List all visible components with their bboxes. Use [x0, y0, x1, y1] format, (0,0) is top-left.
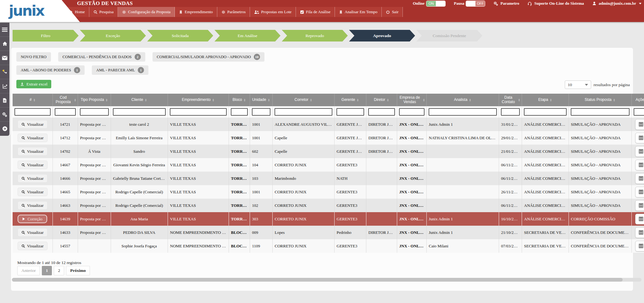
nav-item-pesquisa[interactable]: Pesquisa: [89, 7, 118, 17]
sort-icon[interactable]: ▲▼: [518, 98, 520, 102]
step-reprovado[interactable]: Reprovado: [282, 30, 348, 41]
column-header-unidade[interactable]: Unidade▲▼: [250, 94, 272, 106]
filter-input-num[interactable]: [14, 108, 51, 116]
column-header-bloco[interactable]: Bloco▲▼: [229, 94, 250, 106]
mail-icon[interactable]: [0, 51, 9, 65]
sort-icon[interactable]: ▲▼: [212, 98, 214, 102]
sort-icon[interactable]: ▲▼: [423, 98, 425, 102]
filter-input-diretor[interactable]: [368, 108, 395, 116]
column-header-gerente[interactable]: Gerente▲▼: [334, 94, 366, 106]
column-header-cliente[interactable]: Cliente▲▼: [111, 94, 168, 106]
filter-input-etapa[interactable]: [524, 108, 567, 116]
nav-item-fila-de-analise[interactable]: Fila de Análise: [296, 7, 335, 17]
sort-icon[interactable]: ▲▼: [145, 98, 147, 102]
visualizar-button[interactable]: Visualizar: [18, 120, 47, 129]
filter-input-acoes[interactable]: [634, 108, 644, 116]
sort-icon[interactable]: ▲▼: [106, 98, 108, 102]
visualizar-button[interactable]: Visualizar: [18, 134, 47, 142]
sort-icon[interactable]: ▲▼: [469, 98, 471, 102]
step-aprovado[interactable]: Aprovado: [349, 30, 415, 41]
correcao-button[interactable]: Correção: [18, 215, 47, 223]
column-header-num[interactable]: #▲▼: [13, 94, 53, 106]
row-actions-button[interactable]: [635, 187, 644, 197]
nav-item-analisar-em-tempo[interactable]: Analisar Em Tempo: [335, 7, 382, 17]
page-size-select[interactable]: 10: [565, 80, 591, 89]
column-header-status[interactable]: Status Proposta▲▼: [569, 94, 631, 106]
row-actions-button[interactable]: [635, 173, 644, 184]
filter-input-tipo[interactable]: [80, 108, 109, 116]
filter-button-novo-filtro[interactable]: NOVO FILTRO: [16, 52, 51, 62]
filter-button-comercial-pendencia[interactable]: COMERCIAL - PENDÊNCIA DE DADOS2: [58, 52, 145, 62]
column-header-etapa[interactable]: Etapa▲▼: [522, 94, 569, 106]
row-actions-button[interactable]: [635, 146, 644, 157]
settings-gears-icon[interactable]: [0, 107, 9, 122]
visualizar-button[interactable]: Visualizar: [18, 147, 47, 156]
step-excecao[interactable]: Exceção: [80, 30, 146, 41]
step-em-analise[interactable]: Em Análise: [214, 30, 280, 41]
horizontal-scrollbar-track[interactable]: [12, 278, 641, 282]
column-header-tipo[interactable]: Tipo Proposta▲▼: [78, 94, 111, 106]
filter-button-comercial-simulador[interactable]: COMERCIAL/SIMULADOR APROVADO - APROVADO1…: [153, 52, 264, 62]
nav-item-propostas-em-lote[interactable]: Propostas em Lote: [250, 7, 296, 17]
column-header-data[interactable]: Data Contato▲▼: [499, 94, 522, 106]
column-header-empresa[interactable]: Empresa de Vendas▲▼: [397, 94, 426, 106]
visualizar-button[interactable]: Visualizar: [18, 161, 47, 169]
visualizar-button[interactable]: Visualizar: [18, 174, 47, 183]
filter-input-empresa[interactable]: [399, 108, 425, 116]
column-header-diretor[interactable]: Diretor▲▼: [366, 94, 397, 106]
column-header-empreendimento[interactable]: Empreendimento▲▼: [168, 94, 229, 106]
online-toggle[interactable]: ON: [426, 1, 446, 7]
sort-icon[interactable]: ▲▼: [268, 98, 270, 102]
column-header-cod[interactable]: Cod Proposta▲▼: [53, 94, 78, 106]
visualizar-button[interactable]: Visualizar: [18, 228, 47, 237]
online-toggle-on-segment[interactable]: ON: [426, 1, 436, 6]
filter-input-unidade[interactable]: [252, 108, 270, 116]
sort-icon[interactable]: ▲▼: [357, 98, 359, 102]
row-actions-button[interactable]: [635, 227, 644, 238]
pagination-page-1[interactable]: 1: [42, 266, 52, 275]
nav-item-parametros[interactable]: Parâmetros: [217, 7, 250, 17]
sort-icon[interactable]: ▲▼: [33, 98, 36, 102]
horizontal-scrollbar-thumb[interactable]: [12, 278, 623, 282]
menu-icon[interactable]: [0, 23, 9, 37]
phone-notification-icon[interactable]: [0, 65, 9, 79]
parametro-button[interactable]: Parametro: [493, 1, 519, 6]
online-toggle-empty-segment[interactable]: [436, 1, 445, 6]
filter-input-data[interactable]: [501, 108, 520, 116]
pausa-toggle-empty-segment[interactable]: [466, 1, 475, 6]
step-solicitada[interactable]: Solicitada: [147, 30, 213, 41]
filter-input-corretor[interactable]: [275, 108, 332, 116]
visualizar-button[interactable]: Visualizar: [18, 188, 47, 196]
row-actions-button[interactable]: [635, 119, 644, 130]
sort-icon[interactable]: ▲▼: [550, 98, 552, 102]
row-actions-button[interactable]: [635, 214, 644, 224]
filter-input-bloco[interactable]: [231, 108, 248, 116]
sort-icon[interactable]: ▲▼: [310, 98, 312, 102]
pagination-previous[interactable]: Anterior: [17, 266, 40, 275]
chart-icon[interactable]: [0, 79, 9, 93]
filter-input-status[interactable]: [571, 108, 630, 116]
sort-icon[interactable]: ▲▼: [387, 98, 389, 102]
sort-icon[interactable]: ▲▼: [244, 98, 246, 102]
filter-input-analista[interactable]: [429, 108, 497, 116]
row-actions-button[interactable]: [635, 200, 644, 211]
row-actions-button[interactable]: [635, 241, 644, 251]
home-icon[interactable]: [0, 37, 9, 51]
export-excel-button[interactable]: Extrair excel: [16, 80, 51, 88]
nav-item-sair[interactable]: Sair: [382, 7, 403, 17]
column-header-analista[interactable]: Analista▲▼: [426, 94, 499, 106]
sort-icon[interactable]: ▲▼: [613, 98, 615, 102]
sort-icon[interactable]: ▲▼: [74, 98, 76, 102]
user-menu[interactable]: admin@junix.com.br: [592, 1, 641, 6]
filter-input-gerente[interactable]: [336, 108, 364, 116]
column-header-corretor[interactable]: Corretor▲▼: [272, 94, 334, 106]
visualizar-button[interactable]: Visualizar: [18, 242, 47, 250]
visualizar-button[interactable]: Visualizar: [18, 201, 47, 210]
step-filtro[interactable]: Filtro: [13, 30, 79, 41]
filter-input-cliente[interactable]: [113, 108, 166, 116]
filter-input-empreendimento[interactable]: [170, 108, 227, 116]
pausa-toggle-off-segment[interactable]: OFF: [475, 1, 485, 6]
filter-input-cod[interactable]: [55, 108, 76, 116]
nav-item-configuracao-da-proposta[interactable]: Configuração da Proposta: [118, 7, 175, 17]
row-actions-button[interactable]: [635, 160, 644, 170]
